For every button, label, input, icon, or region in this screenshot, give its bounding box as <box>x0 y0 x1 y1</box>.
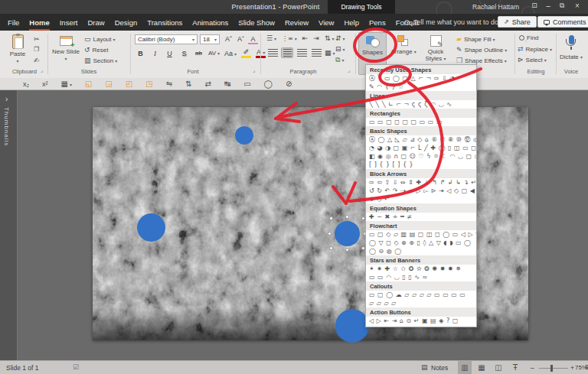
shape-outline-button[interactable]: ✎ Shape Outline <box>456 46 507 54</box>
restore-icon[interactable]: ⧉ <box>556 2 568 10</box>
align-right-button[interactable] <box>296 47 308 58</box>
align-text-icon[interactable]: ⊟ <box>335 45 345 53</box>
align-center-button[interactable] <box>281 47 293 58</box>
view-slide-sorter-button[interactable]: ▦ <box>475 361 488 374</box>
shrink-font-button[interactable]: Aˇ <box>236 35 246 43</box>
copy-icon[interactable]: ❐ <box>34 46 39 53</box>
selection-handle[interactable] <box>345 248 349 252</box>
send-to-back-icon[interactable]: ◳ <box>145 80 152 88</box>
character-spacing-button[interactable]: AV <box>208 50 220 57</box>
shape-row[interactable]: ✶ ✷ ✚ ☆ ✩ ✪ ✫ ❂ ✺ ✹ ✸ ✵ <box>366 265 476 273</box>
font-family-select[interactable]: Calibri (Body) ▾ <box>135 34 198 44</box>
zoom-out-button[interactable]: – <box>531 364 534 372</box>
tab-home[interactable]: Home <box>29 14 49 31</box>
ribbon-display-options-icon[interactable]: ⊡ <box>528 2 541 9</box>
shape-row[interactable]: ▭ ▭ ▢ ◻ ▢ ▢ ▭ ▭ ▭ <box>366 118 476 126</box>
tab-insert[interactable]: Insert <box>60 14 78 31</box>
selection-handle[interactable] <box>328 232 332 236</box>
expand-thumbnails-icon[interactable]: › <box>5 95 8 103</box>
tab-animations[interactable]: Animations <box>192 14 228 31</box>
format-painter-icon[interactable]: ✍ <box>34 57 40 64</box>
selection-handle[interactable] <box>345 215 349 219</box>
account-name[interactable]: Rachael Hattam <box>472 3 519 11</box>
blue-circle-shape-2[interactable] <box>137 213 165 242</box>
blue-circle-shape-4[interactable] <box>335 309 369 343</box>
find-button[interactable]: Find <box>519 34 539 41</box>
blue-circle-shape-1[interactable] <box>235 126 253 145</box>
clipboard-dialog-launcher[interactable]: ⌟ <box>41 67 43 73</box>
fit-to-window-icon[interactable]: ⊞ <box>585 363 588 371</box>
send-backward-icon[interactable]: ◲ <box>105 80 112 88</box>
blue-circle-shape-selected[interactable] <box>335 221 360 246</box>
highlight-color-button[interactable]: ✐ <box>241 48 251 58</box>
numbering-icon[interactable]: ⋮≡ <box>282 35 297 42</box>
contextual-tab-drawing-tools[interactable]: Drawing Tools <box>328 0 395 14</box>
shape-row[interactable]: ◧ ◉ ◎ ∩ ▢ ☺ ♡ ϟ ☼ ☾ ◠ ◡ ▢ ◔ <box>366 152 476 161</box>
no-fill-icon[interactable]: ⊘ <box>286 80 292 88</box>
distribute-vertical-icon[interactable]: ⇅ <box>185 80 191 88</box>
tab-pens[interactable]: Pens <box>369 14 386 31</box>
notes-icon[interactable]: ▤ <box>421 363 428 371</box>
font-dialog-launcher[interactable]: ⌟ <box>253 67 255 73</box>
text-box-icon[interactable]: ▭ <box>243 80 250 88</box>
selection-handle[interactable] <box>329 216 333 220</box>
comments-button[interactable]: Comments <box>537 16 588 28</box>
shape-row[interactable]: ▭ ▢ ◇ ▱ ▥ ▤ ▢ ◫ ◻ ◯ ▭ ◁ ▷ ▽ <box>366 230 476 239</box>
shape-row[interactable]: ✎ ◠ { } ☆ <box>366 83 476 91</box>
share-button[interactable]: ⇗ Share <box>498 16 537 28</box>
minimize-icon[interactable]: – <box>542 2 554 10</box>
bullets-icon[interactable]: ☰ <box>266 34 276 42</box>
zoom-slider-track[interactable] <box>539 368 568 369</box>
close-icon[interactable]: × <box>571 2 583 10</box>
notes-toggle-label[interactable]: Notes <box>431 364 448 372</box>
shape-row[interactable]: ◯ ▽ ◻ ◇ ⊗ ⊕ ▯ ◊ △ ▽ ◖ ◗ ▭ ◯ <box>366 239 476 247</box>
shape-row[interactable]: ▭ ▭ ◠ ◡ ▯ ▯ ∿ ≈ <box>366 273 476 281</box>
shape-row[interactable]: ↺ ↻ ↶ ↷ ⇢ ⇒ ▷ ▻ ⊳ ⇥ ◁ ◇ ▢ ◀ <box>366 187 476 195</box>
tell-me-search[interactable]: Tell me what you want to do <box>404 14 498 31</box>
tab-slide-show[interactable]: Slide Show <box>238 14 275 31</box>
bold-button[interactable]: B <box>136 50 145 57</box>
font-size-select[interactable]: 18 ▾ <box>200 34 220 44</box>
shape-row[interactable]: ◁ ▷ ⇤ ⇥ ⌂ ⊙ ↵ ▣ ▤ ◈ ? ▢ <box>366 317 476 325</box>
shape-row[interactable]: Ⓐ ◯ △ ◺ ▱ ⊿ ◇ ⌂ ⑥ ⑦ ⑧ ⑩ ⑫ ◎ <box>366 135 476 144</box>
flip-objects-icon[interactable]: ⇋ <box>166 80 172 88</box>
decrease-indent-icon[interactable]: ⇤ <box>302 34 309 42</box>
accessibility-checker-icon[interactable]: ☑ <box>73 363 79 371</box>
tab-view[interactable]: View <box>318 14 334 31</box>
italic-button[interactable]: I <box>150 50 160 57</box>
tab-help[interactable]: Help <box>344 14 359 31</box>
thumbnails-pane-collapsed[interactable]: › Thumbnails <box>0 90 18 360</box>
underline-button[interactable]: U <box>165 50 175 57</box>
bring-to-front-icon[interactable]: ◰ <box>126 80 132 88</box>
tab-file[interactable]: File <box>8 14 19 31</box>
oval-shape-icon[interactable]: ◯ <box>264 80 273 88</box>
shape-row[interactable]: ▭ ▢ ◯ ☁ ▱ ▱ ▱ ▱ ▭ ▭ ▭ ▭ <box>366 291 476 299</box>
section-button[interactable]: ▥ Section <box>84 57 117 64</box>
view-reading-button[interactable]: ◫ <box>492 361 505 374</box>
clear-formatting-button[interactable]: A <box>248 35 258 44</box>
grow-font-button[interactable]: Aˆ <box>224 35 234 43</box>
selection-handle[interactable] <box>329 246 333 250</box>
superscript-button[interactable]: x² <box>42 80 48 88</box>
shape-fill-button[interactable]: ▰ Shape Fill <box>456 35 495 43</box>
cut-icon[interactable]: ✂ <box>34 35 40 43</box>
shape-row[interactable]: Ⓐ ╲ ▭ ◯ ▢ △ ⌐ ¬ ⇨ ⇩ ◔ <box>366 74 476 83</box>
justify-button[interactable] <box>310 47 322 58</box>
strikethrough-button[interactable]: ab <box>194 50 204 57</box>
shape-row[interactable]: ⇧ ◇ ↶ <box>366 195 476 203</box>
text-shadow-button[interactable]: S <box>179 50 189 57</box>
paragraph-dialog-launcher[interactable]: ⌟ <box>348 67 350 73</box>
columns-icon[interactable]: ▦ <box>325 49 335 57</box>
shape-row[interactable]: [ ] { } [ ] { } <box>366 161 476 169</box>
increase-indent-icon[interactable]: ⇥ <box>313 34 319 42</box>
shape-row[interactable]: ◔ ◕ ◑ ▢ ▣ ⌐ L ╱ ✚ ◯ ▯ ◫ ▭ ◻ <box>366 144 476 152</box>
reset-button[interactable]: ↺ Reset <box>84 46 108 54</box>
convert-smartart-icon[interactable]: ⧉ <box>335 56 344 64</box>
tab-design[interactable]: Design <box>115 14 138 31</box>
bring-forward-icon[interactable]: ◱ <box>85 80 92 88</box>
align-left-button[interactable] <box>266 47 279 58</box>
view-normal-button[interactable]: ▥ <box>458 361 472 374</box>
shape-row[interactable]: ▱ ▱ ▱ ▱ <box>366 299 476 307</box>
tab-order-icon[interactable]: ↹ <box>224 80 230 88</box>
subscript-button[interactable]: x₂ <box>23 80 29 88</box>
